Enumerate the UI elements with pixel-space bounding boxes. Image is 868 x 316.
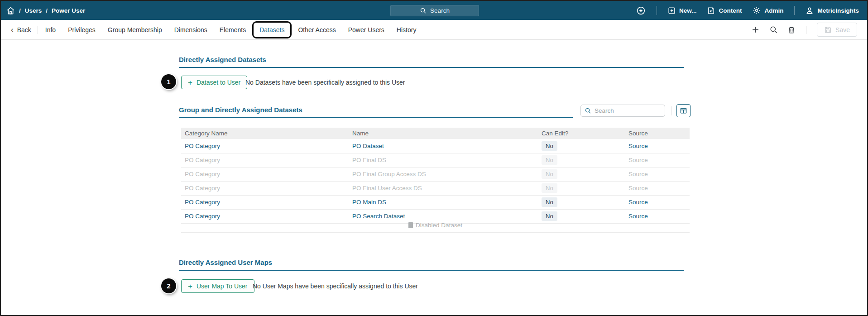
app-window: / Users / Power User Search New... <box>0 0 868 316</box>
breadcrumb-separator: / <box>46 7 48 14</box>
top-navbar: / Users / Power User Search New... <box>1 1 867 20</box>
columns-icon <box>680 107 687 115</box>
datasets-table: Category Name Name Can Edit? Source PO C… <box>181 128 690 224</box>
dataset-link[interactable]: PO Dataset <box>352 143 384 149</box>
dataset-link: PO Final Group Access DS <box>352 171 426 177</box>
source-link[interactable]: Source <box>628 199 648 206</box>
account-menu[interactable]: MetricInsights <box>806 6 859 14</box>
col-header-category-name: Category Name <box>181 128 349 139</box>
category-link: PO Category <box>185 171 220 177</box>
source-link: Source <box>628 157 648 163</box>
can-edit-badge: No <box>542 169 557 179</box>
main-content: Directly Assigned Datasets 1 + Dataset t… <box>1 40 867 316</box>
can-edit-badge: No <box>542 141 557 151</box>
add-user-map-to-user-label: User Map To User <box>197 282 248 290</box>
breadcrumb-power-user: Power User <box>52 7 85 14</box>
divider <box>657 6 657 15</box>
global-search-label: Search <box>430 7 450 14</box>
trash-icon[interactable] <box>787 26 796 34</box>
tab-elements[interactable]: Elements <box>220 26 246 34</box>
topbar-actions: New... Content Admin MetricInsights <box>636 6 859 15</box>
tab-toolbar: Save <box>751 23 857 37</box>
category-link: PO Category <box>185 157 220 163</box>
tab-dimensions[interactable]: Dimensions <box>174 26 207 34</box>
divider <box>794 6 795 15</box>
new-plus-icon <box>668 7 676 14</box>
category-link[interactable]: PO Category <box>185 199 220 206</box>
chevron-left-icon: ‹ <box>11 26 14 34</box>
can-edit-badge: No <box>542 155 557 165</box>
table-row-disabled: PO Category PO Final User Access DS No S… <box>181 181 690 195</box>
source-link[interactable]: Source <box>628 143 648 149</box>
dataset-search-box <box>580 105 665 117</box>
admin-label: Admin <box>764 7 783 14</box>
tab-bar: ‹ Back Info Privileges Group Membership … <box>1 20 867 40</box>
table-row: PO Category PO Dataset No Source <box>181 139 690 153</box>
tab-group-membership[interactable]: Group Membership <box>108 26 162 34</box>
back-label: Back <box>17 26 31 34</box>
table-row-disabled: PO Category PO Final DS No Source <box>181 153 690 167</box>
section-title-directly-assigned-datasets: Directly Assigned Datasets <box>179 56 684 68</box>
add-user-map-to-user-button[interactable]: + User Map To User <box>181 279 254 293</box>
tab-other-access[interactable]: Other Access <box>298 26 336 34</box>
search-icon <box>585 107 591 114</box>
divider <box>806 26 806 34</box>
no-datasets-message: No Datasets have been specifically assig… <box>245 76 405 89</box>
tabs: Info Privileges Group Membership Dimensi… <box>45 25 429 35</box>
annotation-badge-1: 1 <box>161 74 176 89</box>
category-link: PO Category <box>185 185 220 192</box>
search-icon[interactable] <box>769 25 778 34</box>
content-label: Content <box>719 7 742 14</box>
save-disk-icon <box>824 26 832 34</box>
gear-icon <box>753 6 761 14</box>
can-edit-badge: No <box>542 183 557 193</box>
breadcrumb: / Users / Power User <box>6 6 85 15</box>
tab-datasets[interactable]: Datasets <box>252 21 292 38</box>
source-link: Source <box>628 171 648 177</box>
add-icon[interactable] <box>751 25 760 34</box>
new-label: New... <box>679 7 697 14</box>
divider <box>671 106 671 115</box>
plus-icon: + <box>188 79 192 86</box>
compass-icon[interactable] <box>636 6 646 15</box>
dataset-link: PO Final DS <box>352 157 386 163</box>
tab-info[interactable]: Info <box>45 26 56 34</box>
dataset-link[interactable]: PO Main DS <box>352 199 386 206</box>
breadcrumb-separator: / <box>19 7 21 14</box>
add-dataset-to-user-label: Dataset to User <box>197 79 240 86</box>
table-legend: Disabled Dataset <box>181 218 690 233</box>
tab-history[interactable]: History <box>397 26 417 34</box>
table-row: PO Category PO Main DS No Source <box>181 195 690 209</box>
can-edit-badge: No <box>542 197 557 207</box>
tab-privileges[interactable]: Privileges <box>68 26 96 34</box>
back-button[interactable]: ‹ Back <box>11 26 31 34</box>
add-dataset-to-user-button[interactable]: + Dataset to User <box>181 76 247 89</box>
plus-icon: + <box>188 282 192 290</box>
admin-button[interactable]: Admin <box>753 6 783 14</box>
global-search[interactable]: Search <box>390 5 479 16</box>
account-label: MetricInsights <box>817 7 859 14</box>
search-icon <box>420 7 427 14</box>
new-button[interactable]: New... <box>668 7 697 14</box>
legend-label: Disabled Dataset <box>416 222 462 229</box>
tab-power-users[interactable]: Power Users <box>348 26 384 34</box>
divider <box>38 26 38 34</box>
disabled-swatch-icon <box>408 222 413 228</box>
col-header-can-edit: Can Edit? <box>538 128 625 139</box>
table-header-row: Category Name Name Can Edit? Source <box>181 128 690 139</box>
save-label: Save <box>835 26 850 34</box>
category-link[interactable]: PO Category <box>185 143 220 149</box>
home-icon[interactable] <box>6 6 15 15</box>
column-settings-button[interactable] <box>676 104 691 117</box>
section-title-group-assigned-datasets: Group and Directly Assigned Datasets <box>179 106 573 118</box>
col-header-name: Name <box>349 128 538 139</box>
section-title-directly-assigned-user-maps: Directly Assigned User Maps <box>179 259 684 271</box>
dataset-search-input[interactable] <box>595 107 661 114</box>
content-button[interactable]: Content <box>707 7 742 14</box>
table-row-disabled: PO Category PO Final Group Access DS No … <box>181 167 690 181</box>
save-button[interactable]: Save <box>817 23 857 37</box>
source-link: Source <box>628 185 648 192</box>
col-header-source: Source <box>625 128 690 139</box>
no-user-maps-message: No User Maps have been specifically assi… <box>253 279 418 293</box>
breadcrumb-users[interactable]: Users <box>25 7 42 14</box>
